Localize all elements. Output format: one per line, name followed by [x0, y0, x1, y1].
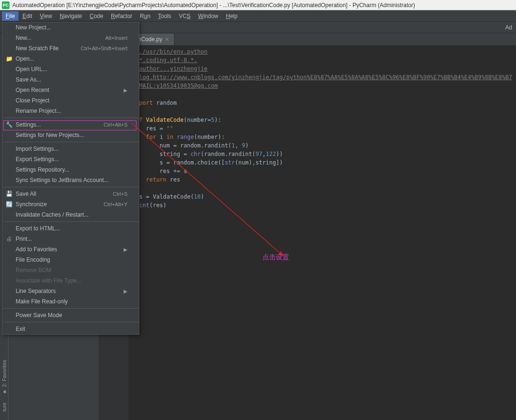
menu-view[interactable]: View [36, 11, 56, 21]
menu-item-label: Open... [16, 55, 34, 62]
menu-navigate[interactable]: Navigate [56, 11, 86, 21]
menu-item-label: Import Settings... [16, 146, 59, 152]
menu-item-label: Rename Project... [16, 108, 61, 114]
menu-item-label: Power Save Mode [16, 312, 62, 319]
menu-item-label: Print... [16, 236, 32, 242]
code-line[interactable]: res = "" [132, 124, 512, 133]
menu-item-label: Open URL... [16, 66, 47, 73]
menu-item-settings[interactable]: 🔧Settings...Ctrl+Alt+S [2, 119, 139, 130]
menu-item-label: Close Project [16, 97, 49, 104]
menu-item-label: Line Separators [16, 288, 56, 294]
code-line[interactable] [132, 210, 512, 218]
menubar: File Edit View Navigate Code Refactor Ru… [0, 10, 516, 22]
pycharm-icon: PC [2, 1, 9, 9]
code-line[interactable]: def ValdateCode(number=5): [132, 116, 512, 124]
menu-window[interactable]: Window [194, 11, 222, 21]
menu-item-label: Export to HTML... [16, 225, 60, 232]
menu-item-label: Sync Settings to JetBrains Account... [16, 177, 109, 183]
folder-icon: 📁 [5, 55, 13, 63]
menu-item-synchronize[interactable]: 🔄SynchronizeCtrl+Alt+Y [2, 199, 139, 210]
menu-item-label: Invalidate Caches / Restart... [16, 211, 89, 218]
menu-help[interactable]: Help [222, 11, 242, 21]
menu-item-label: Settings... [16, 121, 41, 128]
menu-item-file-encoding[interactable]: File Encoding [2, 255, 139, 265]
menu-edit[interactable]: Edit [18, 11, 36, 21]
code-line[interactable] [132, 107, 512, 116]
sync-icon: 🔄 [5, 201, 13, 208]
menu-code[interactable]: Code [86, 11, 107, 21]
menu-item-save-as[interactable]: Save As... [2, 74, 139, 85]
chevron-right-icon: ▶ [124, 88, 127, 93]
menu-item-save-all[interactable]: 💾Save AllCtrl+S [2, 189, 139, 199]
code-line[interactable] [132, 184, 512, 192]
menu-item-label: Save All [16, 191, 36, 197]
menu-item-settings-repository[interactable]: Settings Repository... [2, 164, 139, 175]
code-line[interactable] [132, 90, 512, 99]
menu-item-label: Exit [16, 326, 25, 332]
code-line[interactable]: print(res) [132, 201, 512, 210]
tab-bar: P VerificationCode.py × [99, 33, 516, 46]
menu-item-new-project[interactable]: New Project... [2, 22, 139, 33]
menu-item-open[interactable]: 📁Open... [2, 54, 139, 64]
menu-item-close-project[interactable]: Close Project [2, 95, 139, 106]
menu-separator [2, 118, 139, 118]
add-config-button[interactable]: Ad [505, 24, 514, 31]
menu-item-label: Settings Repository... [16, 166, 69, 173]
code-line[interactable]: for i in range(number): [132, 133, 512, 141]
code-line[interactable]: res = ValdateCode(10) [132, 192, 512, 201]
wrench-icon: 🔧 [5, 121, 13, 128]
menu-item-export-to-html[interactable]: Export to HTML... [2, 223, 139, 234]
save-icon: 💾 [5, 190, 13, 198]
code-content[interactable]: #!./usr/bin/env.python# *.coding.utf-8.*… [128, 46, 516, 420]
menu-item-new-scratch-file[interactable]: New Scratch FileCtrl+Alt+Shift+Insert [2, 43, 139, 54]
menu-item-remove-bom: Remove BOM [2, 265, 139, 275]
code-line[interactable]: string = chr(random.randint(97,122)) [132, 150, 512, 158]
menu-item-label: New... [16, 35, 31, 41]
menu-item-invalidate-caches-restart[interactable]: Invalidate Caches / Restart... [2, 210, 139, 220]
menu-item-label: File Encoding [16, 256, 50, 263]
favorites-tab[interactable]: ★ 2: Favorites [0, 356, 8, 399]
code-line[interactable]: return res [132, 175, 512, 184]
menu-shortcut: Ctrl+S [113, 191, 127, 197]
menu-item-export-settings[interactable]: Export Settings... [2, 154, 139, 164]
menu-file[interactable]: File [2, 11, 18, 21]
menu-item-make-file-read-only[interactable]: Make File Read-only [2, 296, 139, 307]
menu-tools[interactable]: Tools [154, 11, 175, 21]
code-area[interactable]: 1234567891011121314151617181920 ⊟ ⊟ #!./… [99, 46, 516, 420]
code-line[interactable]: #EMAIL:y1053419035@qq.com [132, 82, 512, 90]
menu-item-print[interactable]: 🖨Print... [2, 234, 139, 244]
menu-shortcut: Alt+Insert [105, 35, 127, 41]
structure-tab[interactable]: ture [0, 399, 8, 415]
menu-item-line-separators[interactable]: Line Separators▶ [2, 286, 139, 296]
code-line[interactable]: res += s [132, 167, 512, 175]
menu-run[interactable]: Run [136, 11, 154, 21]
window-title: AutomatedOperation [E:\YinzhengjieCode\P… [12, 2, 415, 9]
menu-separator [2, 142, 139, 142]
code-line[interactable]: #@author...yinzhengjie [132, 64, 512, 73]
menu-item-rename-project[interactable]: Rename Project... [2, 106, 139, 116]
code-line[interactable]: s = random.choice([str(num),string]) [132, 158, 512, 167]
code-line[interactable]: #blog.http://www.cnblogs.com/yinzhengjie… [132, 73, 512, 82]
menu-item-open-url[interactable]: Open URL... [2, 64, 139, 74]
menu-item-settings-for-new-projects[interactable]: Settings for New Projects... [2, 130, 139, 140]
menu-refactor[interactable]: Refactor [107, 11, 136, 21]
menu-item-import-settings[interactable]: Import Settings... [2, 144, 139, 154]
menu-separator [2, 322, 139, 322]
menu-item-label: New Project... [16, 24, 51, 31]
menu-item-open-recent[interactable]: Open Recent▶ [2, 85, 139, 95]
menu-item-add-to-favorites[interactable]: Add to Favorites▶ [2, 244, 139, 255]
menu-item-power-save-mode[interactable]: Power Save Mode [2, 310, 139, 320]
editor: P VerificationCode.py × 1234567891011121… [99, 33, 516, 420]
menu-item-sync-settings-to-jetbrains-account[interactable]: Sync Settings to JetBrains Account... [2, 175, 139, 185]
code-line[interactable]: num = random.randint(1, 9) [132, 141, 512, 150]
file-menu-dropdown: New Project...New...Alt+InsertNew Scratc… [2, 22, 139, 335]
menu-item-new[interactable]: New...Alt+Insert [2, 33, 139, 43]
menu-separator [2, 221, 139, 222]
menu-item-label: New Scratch File [16, 45, 59, 52]
code-line[interactable]: #!./usr/bin/env.python [132, 47, 512, 56]
code-line[interactable]: import random [132, 99, 512, 107]
menu-vcs[interactable]: VCS [175, 11, 194, 21]
code-line[interactable]: # *.coding.utf-8.*. [132, 56, 512, 64]
menu-item-exit[interactable]: Exit [2, 324, 139, 334]
close-icon[interactable]: × [165, 36, 169, 43]
